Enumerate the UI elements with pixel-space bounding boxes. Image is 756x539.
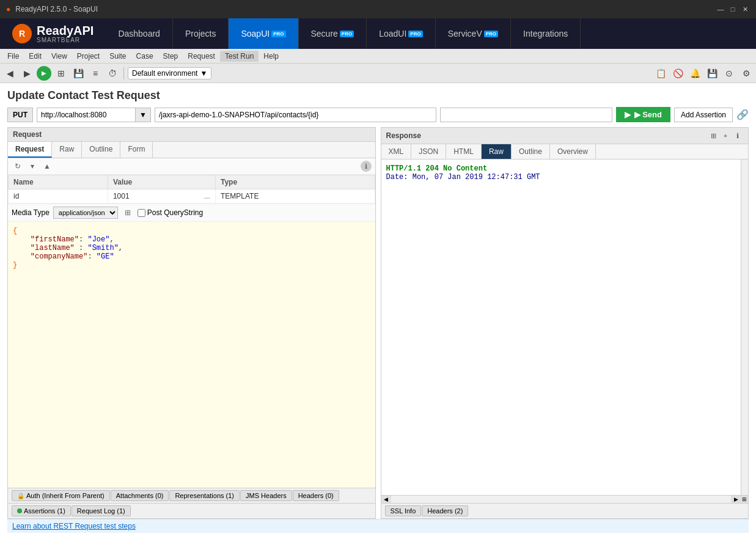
logo-icon: R <box>12 24 32 43</box>
clock-button[interactable]: ⏱ <box>105 66 120 81</box>
resp-icon-1[interactable]: ⊞ <box>708 130 719 141</box>
title-label: ReadyAPI 2.5.0 - SoapUI <box>15 5 98 13</box>
send-label: ▶ Send <box>634 110 662 119</box>
base-url-container: ▼ <box>37 108 151 122</box>
nav-secure[interactable]: Secure PRO <box>299 18 367 49</box>
nav-projects[interactable]: Projects <box>173 18 229 49</box>
env-dropdown-arrow: ▼ <box>200 69 207 78</box>
tab-overview[interactable]: Overview <box>550 144 596 159</box>
tab-auth[interactable]: 🔒 Auth (Inherit From Parent) <box>12 490 110 501</box>
grid-button[interactable]: ⊞ <box>54 66 68 81</box>
post-querystring-checkbox[interactable] <box>138 209 145 217</box>
scroll-right-arrow[interactable]: ▶ <box>731 496 741 503</box>
param-value-btn[interactable]: ... <box>204 192 210 200</box>
scroll-left-arrow[interactable]: ◀ <box>381 496 391 503</box>
add-assertion-button[interactable]: Add Assertion <box>674 108 733 122</box>
menu-help[interactable]: Help <box>259 51 284 62</box>
nav-dashboard[interactable]: Dashboard <box>106 18 173 49</box>
tab-outline[interactable]: Outline <box>82 142 120 158</box>
param-type: TEMPLATE <box>215 189 375 204</box>
tab-attachments[interactable]: Attachments (0) <box>111 490 169 501</box>
learn-link[interactable]: Learn about REST Request test steps <box>12 522 136 530</box>
nav-loadui[interactable]: LoadUI PRO <box>367 18 436 49</box>
tab-headers[interactable]: Headers (0) <box>293 490 339 501</box>
tab-json[interactable]: JSON <box>411 144 446 159</box>
refresh-params[interactable]: ↻ <box>12 160 24 172</box>
forward-button[interactable]: ▶ <box>20 66 34 81</box>
menu-edit[interactable]: Edit <box>24 51 46 62</box>
window-controls[interactable]: — □ ✕ <box>716 4 750 14</box>
tab-request[interactable]: Request <box>8 142 52 158</box>
post-querystring-label[interactable]: Post QueryString <box>138 208 203 217</box>
menu-step[interactable]: Step <box>158 51 183 62</box>
resp-icon-plus[interactable]: + <box>720 130 731 141</box>
menu-project[interactable]: Project <box>72 51 105 62</box>
response-area-wrapper: HTTP/1.1 204 No Content Date: Mon, 07 Ja… <box>381 160 749 495</box>
send-button[interactable]: ▶ ▶ Send <box>616 107 670 122</box>
menu-view[interactable]: View <box>46 51 72 62</box>
nav-integrations[interactable]: Integrations <box>511 18 581 49</box>
toolbar-icon-5[interactable]: ⊙ <box>722 66 736 81</box>
tab-raw[interactable]: Raw <box>52 142 82 158</box>
path-input[interactable] <box>155 108 436 122</box>
auth-input[interactable] <box>440 108 612 122</box>
menu-testrun[interactable]: Test Run <box>220 51 259 62</box>
minimize-button[interactable]: — <box>716 4 725 14</box>
scroll-corner: ⊞ <box>741 496 748 503</box>
param-value[interactable]: 1001 ... <box>108 189 215 204</box>
maximize-button[interactable]: □ <box>728 4 738 14</box>
toolbar-icon-3[interactable]: 🔔 <box>688 66 702 81</box>
tab-form[interactable]: Form <box>120 142 153 158</box>
base-url-dropdown[interactable]: ▼ <box>135 108 150 122</box>
back-button[interactable]: ◀ <box>2 66 17 81</box>
env-select[interactable]: Default environment ▼ <box>128 67 211 79</box>
base-url-input[interactable] <box>37 108 135 122</box>
media-type-label: Media Type <box>12 208 50 217</box>
tab-xml[interactable]: XML <box>381 144 412 159</box>
param-name[interactable]: id <box>9 189 108 204</box>
menu-request[interactable]: Request <box>183 51 220 62</box>
tab-assertions[interactable]: Assertions (1) <box>12 505 71 516</box>
tab-representations[interactable]: Representations (1) <box>169 490 240 501</box>
logo-text: ReadyAPI SMARTBEAR <box>37 24 94 43</box>
nav-servicev[interactable]: ServiceV PRO <box>436 18 511 49</box>
request-code-area[interactable]: { "firstName": "Joe", "lastName" : "Smit… <box>8 222 375 488</box>
save-button[interactable]: 💾 <box>71 66 86 81</box>
params-info-icon[interactable]: ℹ <box>361 161 372 172</box>
scroll-track-h[interactable] <box>391 496 732 503</box>
link-icon[interactable]: 🔗 <box>736 109 749 120</box>
media-type-select[interactable]: application/json application/xml text/pl… <box>53 207 118 219</box>
close-button[interactable]: ✕ <box>740 4 750 14</box>
code-open-brace: { <box>13 227 17 235</box>
col-type: Type <box>215 175 375 189</box>
nav-soapui[interactable]: SoapUI PRO <box>229 18 298 49</box>
menu-suite[interactable]: Suite <box>105 51 131 62</box>
tab-ssl-info[interactable]: SSL Info <box>385 505 422 516</box>
params-dropdown[interactable]: ▾ <box>26 160 39 172</box>
toolbar-settings[interactable]: ⚙ <box>739 66 754 81</box>
toolbar-icon-4[interactable]: 💾 <box>705 66 719 81</box>
toolbar-icon-1[interactable]: 📋 <box>653 66 668 81</box>
toolbar-icon-2[interactable]: 🚫 <box>670 66 685 81</box>
response-panel: Response ⊞ + ℹ XML JSON HTML Raw Outline… <box>381 127 749 519</box>
tab-request-log[interactable]: Request Log (1) <box>72 505 131 516</box>
menu-file[interactable]: File <box>2 51 24 62</box>
env-label: Default environment <box>132 69 197 78</box>
assertions-row: Assertions (1) Request Log (1) <box>8 503 375 518</box>
response-panel-icons: ⊞ + ℹ <box>708 130 743 141</box>
tab-resp-raw[interactable]: Raw <box>482 144 512 159</box>
media-expand-icon[interactable]: ⊞ <box>122 207 134 219</box>
list-button[interactable]: ≡ <box>88 66 103 81</box>
menu-case[interactable]: Case <box>131 51 158 62</box>
params-collapse[interactable]: ▲ <box>41 160 53 172</box>
tab-jms-headers[interactable]: JMS Headers <box>240 490 292 501</box>
table-row: id 1001 ... TEMPLATE <box>9 189 375 204</box>
tab-html[interactable]: HTML <box>446 144 482 159</box>
response-scrollbar-vertical[interactable] <box>741 160 748 495</box>
response-code-inner: HTTP/1.1 204 No Content Date: Mon, 07 Ja… <box>381 160 741 495</box>
resp-info-icon[interactable]: ℹ <box>732 130 743 141</box>
tab-resp-outline[interactable]: Outline <box>512 144 550 159</box>
tab-resp-headers[interactable]: Headers (2) <box>422 505 468 516</box>
run-button[interactable]: ▶ <box>37 66 51 81</box>
code-line-3: "companyName": "GE" <box>13 252 114 261</box>
